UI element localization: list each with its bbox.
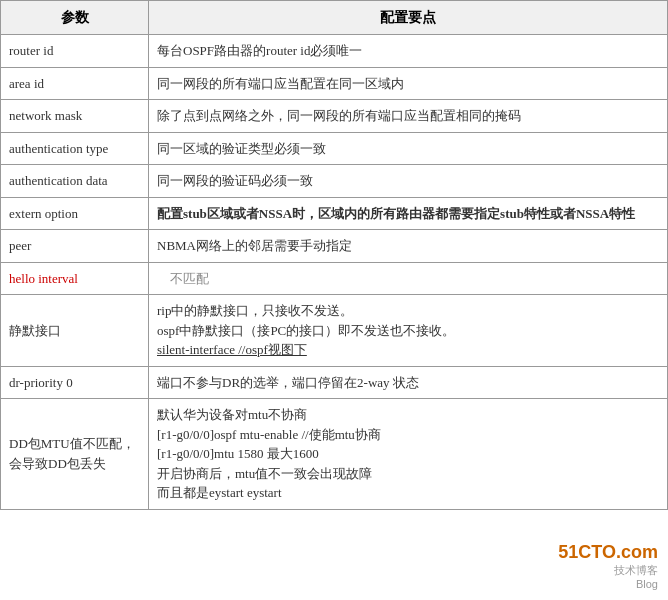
config-line: [r1-g0/0/0]ospf mtu-enable //使能mtu协商 bbox=[157, 427, 381, 442]
table-row: area id同一网段的所有端口应当配置在同一区域内 bbox=[1, 67, 668, 100]
config-cell: NBMA网络上的邻居需要手动指定 bbox=[149, 230, 668, 263]
param-cell: authentication type bbox=[1, 132, 149, 165]
param-cell: area id bbox=[1, 67, 149, 100]
config-line: 而且都是eystart eystart bbox=[157, 485, 282, 500]
param-cell: extern option bbox=[1, 197, 149, 230]
table-row: 静默接口rip中的静默接口，只接收不发送。ospf中静默接口（接PC的接口）即不… bbox=[1, 295, 668, 367]
config-line: ospf中静默接口（接PC的接口）即不发送也不接收。 bbox=[157, 323, 455, 338]
table-row: extern option配置stub区域或者NSSA时，区域内的所有路由器都需… bbox=[1, 197, 668, 230]
config-line: 每台OSPF路由器的router id必须唯一 bbox=[157, 43, 362, 58]
param-cell: peer bbox=[1, 230, 149, 263]
table-row: dr-priority 0端口不参与DR的选举，端口停留在2-way 状态 bbox=[1, 366, 668, 399]
config-cell: 配置stub区域或者NSSA时，区域内的所有路由器都需要指定stub特性或者NS… bbox=[149, 197, 668, 230]
config-cell: 除了点到点网络之外，同一网段的所有端口应当配置相同的掩码 bbox=[149, 100, 668, 133]
param-cell: router id bbox=[1, 35, 149, 68]
config-cell: 端口不参与DR的选举，端口停留在2-way 状态 bbox=[149, 366, 668, 399]
config-cell: rip中的静默接口，只接收不发送。ospf中静默接口（接PC的接口）即不发送也不… bbox=[149, 295, 668, 367]
config-cell: 同一网段的验证码必须一致 bbox=[149, 165, 668, 198]
table-row: DD包MTU值不匹配，会导致DD包丢失默认华为设备对mtu不协商[r1-g0/0… bbox=[1, 399, 668, 510]
config-line: rip中的静默接口，只接收不发送。 bbox=[157, 303, 353, 318]
param-cell: authentication data bbox=[1, 165, 149, 198]
watermark-site: 51CTO.com bbox=[558, 542, 658, 563]
param-cell: hello interval bbox=[1, 262, 149, 295]
config-line: 除了点到点网络之外，同一网段的所有端口应当配置相同的掩码 bbox=[157, 108, 521, 123]
header-config: 配置要点 bbox=[149, 1, 668, 35]
config-line: 同一网段的所有端口应当配置在同一区域内 bbox=[157, 76, 404, 91]
config-cell: 同一网段的所有端口应当配置在同一区域内 bbox=[149, 67, 668, 100]
config-cell: 默认华为设备对mtu不协商[r1-g0/0/0]ospf mtu-enable … bbox=[149, 399, 668, 510]
watermark-sub2: Blog bbox=[558, 578, 658, 590]
config-line: 端口不参与DR的选举，端口停留在2-way 状态 bbox=[157, 375, 419, 390]
table-row: authentication type同一区域的验证类型必须一致 bbox=[1, 132, 668, 165]
config-line: 开启协商后，mtu值不一致会出现故障 bbox=[157, 466, 372, 481]
watermark: 51CTO.com 技术博客 Blog bbox=[558, 542, 658, 590]
table-row: network mask除了点到点网络之外，同一网段的所有端口应当配置相同的掩码 bbox=[1, 100, 668, 133]
table-row: peerNBMA网络上的邻居需要手动指定 bbox=[1, 230, 668, 263]
header-param: 参数 bbox=[1, 1, 149, 35]
config-line: NBMA网络上的邻居需要手动指定 bbox=[157, 238, 352, 253]
param-cell: DD包MTU值不匹配，会导致DD包丢失 bbox=[1, 399, 149, 510]
config-cell: 同一区域的验证类型必须一致 bbox=[149, 132, 668, 165]
config-cell: 每台OSPF路由器的router id必须唯一 bbox=[149, 35, 668, 68]
config-line: [r1-g0/0/0]mtu 1580 最大1600 bbox=[157, 446, 319, 461]
table-row: authentication data同一网段的验证码必须一致 bbox=[1, 165, 668, 198]
watermark-sub1: 技术博客 bbox=[558, 563, 658, 578]
config-line: 同一区域的验证类型必须一致 bbox=[157, 141, 326, 156]
config-line: 同一网段的验证码必须一致 bbox=[157, 173, 313, 188]
param-cell: dr-priority 0 bbox=[1, 366, 149, 399]
table-row: hello interval不匹配 bbox=[1, 262, 668, 295]
config-line: silent-interface //ospf视图下 bbox=[157, 342, 307, 357]
config-cell: 不匹配 bbox=[149, 262, 668, 295]
param-cell: 静默接口 bbox=[1, 295, 149, 367]
param-cell: network mask bbox=[1, 100, 149, 133]
table-row: router id每台OSPF路由器的router id必须唯一 bbox=[1, 35, 668, 68]
config-line: 默认华为设备对mtu不协商 bbox=[157, 407, 307, 422]
